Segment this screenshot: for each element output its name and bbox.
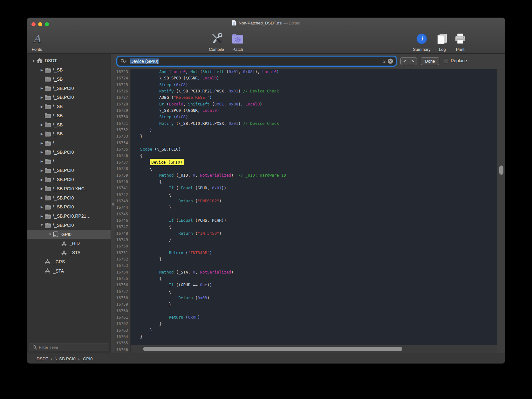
code-line[interactable]: If (LEqual (GPHD, 0x01)): [131, 185, 497, 191]
disclosure-triangle[interactable]: ▶: [39, 86, 44, 90]
splitter-dimple[interactable]: [112, 203, 114, 206]
code-line[interactable]: }: [131, 321, 497, 327]
code-line[interactable]: Method (_STA, 0, NotSerialized): [131, 269, 497, 275]
toolbar-log-button[interactable]: Log: [435, 29, 450, 52]
code-line[interactable]: [131, 262, 497, 269]
sidebar-item-sb[interactable]: ▶\_SB: [27, 129, 111, 139]
sidebar-item-sb[interactable]: \_SB: [27, 111, 111, 120]
sidebar-item-gpi0[interactable]: ▼GPI0: [27, 230, 111, 239]
toolbar-compile-button[interactable]: Compile: [206, 29, 227, 52]
document-proxy-icon[interactable]: [232, 20, 236, 26]
code-line[interactable]: Return ("INT34BB"): [131, 250, 497, 256]
disclosure-triangle[interactable]: ▶: [39, 150, 44, 154]
horizontal-scrollbar[interactable]: [131, 345, 497, 353]
sidebar-item-sbpci0xhc[interactable]: ▶\_SB.PCI0.XHC…: [27, 184, 111, 193]
sidebar-item-sb[interactable]: \_SB: [27, 75, 111, 84]
find-previous-button[interactable]: <: [401, 57, 409, 65]
code-line[interactable]: If (LEqual (PCHS, PCHH)): [131, 217, 497, 224]
sidebar-item-sta[interactable]: _STA: [27, 248, 111, 257]
find-next-button[interactable]: >: [409, 57, 417, 65]
disclosure-triangle[interactable]: ▶: [39, 96, 44, 99]
disclosure-triangle[interactable]: ▼: [39, 223, 44, 227]
code-line[interactable]: Return (0x03): [131, 295, 497, 301]
disclosure-triangle[interactable]: ▶: [39, 205, 44, 209]
sidebar-item-sbpci0rp21[interactable]: ▶\_SB.PCI0.RP21…: [27, 212, 111, 221]
code-line[interactable]: {: [131, 179, 497, 185]
sidebar-item-sta[interactable]: _STA: [27, 266, 111, 275]
vertical-scrollbar-thumb[interactable]: [499, 166, 503, 175]
sidebar-item-dsdt[interactable]: ▼DSDT: [27, 56, 111, 65]
code-line[interactable]: Return (0x0F): [131, 314, 497, 321]
disclosure-triangle[interactable]: ▶: [39, 178, 44, 181]
code-line[interactable]: }: [131, 327, 497, 334]
disclosure-triangle[interactable]: ▼: [31, 59, 36, 63]
code-line[interactable]: }: [131, 301, 497, 308]
code-line[interactable]: If ((GPHD == One)): [131, 282, 497, 288]
code-line[interactable]: [131, 211, 497, 217]
toolbar-summary-button[interactable]: i Summary: [411, 29, 432, 52]
toolbar-print-button[interactable]: Print: [452, 29, 468, 52]
code-line[interactable]: [131, 243, 497, 249]
sidebar-item-sbpci0[interactable]: ▶\_SB.PCI0: [27, 166, 111, 175]
disclosure-triangle[interactable]: ▶: [39, 159, 44, 163]
code-line[interactable]: Method (_HID, 0, NotSerialized) // _HID:…: [131, 172, 497, 179]
disclosure-triangle[interactable]: ▶: [39, 132, 44, 136]
code-line[interactable]: Or (Local0, ShiftLeft (0x01, 0x08), Loca…: [131, 101, 497, 107]
sidebar-item-sb[interactable]: ▶\_SB: [27, 120, 111, 129]
code-line[interactable]: \_SB.SPC0 (\GGNR, Local0): [131, 75, 497, 81]
code-line[interactable]: [131, 140, 497, 146]
code-line[interactable]: }: [131, 133, 497, 139]
disclosure-triangle[interactable]: ▶: [39, 214, 44, 218]
sidebar-item-sbpci0[interactable]: ▶\_SB.PCI0: [27, 148, 111, 157]
done-button[interactable]: Done: [421, 57, 439, 65]
code-line[interactable]: }: [131, 334, 497, 340]
code-line[interactable]: Return ("INT3450"): [131, 230, 497, 237]
disclosure-triangle[interactable]: ▼: [47, 233, 53, 236]
code-line[interactable]: }: [131, 256, 497, 262]
sidebar-item-sbpci0[interactable]: ▶\_SB.PCI0: [27, 175, 111, 184]
code-line[interactable]: ADBG ("Release RESET"): [131, 94, 497, 101]
sidebar-item-hid[interactable]: _HID: [27, 239, 111, 248]
code-line[interactable]: Device (GPI0): [131, 159, 497, 166]
sidebar-item-sbpci0[interactable]: ▶\_SB.PCI0: [27, 193, 111, 202]
vertical-scrollbar[interactable]: [497, 69, 505, 353]
sidebar-item-[interactable]: ▶\: [27, 157, 111, 166]
disclosure-triangle[interactable]: ▶: [39, 141, 44, 145]
code-line[interactable]: }: [131, 204, 497, 211]
code-line[interactable]: }: [131, 127, 497, 133]
code-line[interactable]: Sleep (0xC8): [131, 114, 497, 120]
disclosure-triangle[interactable]: ▶: [39, 169, 44, 172]
code-line[interactable]: Notify (\_SB.PCI0.RP21.PXSX, 0x01) // De…: [131, 120, 497, 127]
breadcrumb-item[interactable]: \_SB.PCI0: [56, 356, 76, 361]
sidebar-item-sbpci0[interactable]: ▶\_SB.PCI0: [27, 202, 111, 212]
disclosure-triangle[interactable]: ▶: [39, 187, 44, 190]
sidebar-item-sb[interactable]: ▶\_SB: [27, 65, 111, 75]
code-line[interactable]: {: [131, 224, 497, 230]
code-line[interactable]: Notify (\_SB.PCI0.RP21.PXSX, 0x01) // De…: [131, 88, 497, 94]
code-line[interactable]: {: [131, 152, 497, 159]
clear-search-icon[interactable]: [388, 58, 393, 64]
code-line[interactable]: {: [131, 275, 497, 282]
horizontal-scrollbar-thumb[interactable]: [143, 347, 402, 351]
search-menu-icon[interactable]: [120, 59, 127, 64]
sidebar-item-[interactable]: ▶\: [27, 139, 111, 148]
disclosure-triangle[interactable]: ▶: [39, 123, 44, 126]
sidebar-item-sbpci0[interactable]: ▶\_SB.PCI0: [27, 93, 111, 102]
disclosure-triangle[interactable]: ▶: [39, 105, 44, 108]
find-input[interactable]: Device (GPI0) 2: [117, 57, 396, 66]
code-line[interactable]: Sleep (0xC8): [131, 82, 497, 88]
code-line[interactable]: {: [131, 166, 497, 172]
code-line[interactable]: \_SB.SPC0 (\GGNR, Local0): [131, 107, 497, 114]
code-line[interactable]: [131, 308, 497, 314]
sidebar-item-crs[interactable]: _CRS: [27, 257, 111, 267]
pane-splitter[interactable]: [111, 54, 115, 353]
replace-checkbox[interactable]: [444, 59, 448, 63]
code-line[interactable]: And (Local0, Not (ShiftLeft (0x01, 0x08)…: [131, 69, 497, 75]
sidebar-item-sbpci0[interactable]: ▼\_SB.PCI0: [27, 221, 111, 230]
toolbar-patch-button[interactable]: Patch: [228, 29, 247, 52]
code-line[interactable]: Scope (\_SB.PCI0): [131, 146, 497, 152]
code-editor[interactable]: 1672316724167251672616727167281672916730…: [115, 69, 505, 353]
breadcrumb-item[interactable]: GPI0: [83, 356, 93, 361]
code-line[interactable]: }: [131, 237, 497, 243]
code-line[interactable]: Return ("PNP0C02"): [131, 198, 497, 204]
